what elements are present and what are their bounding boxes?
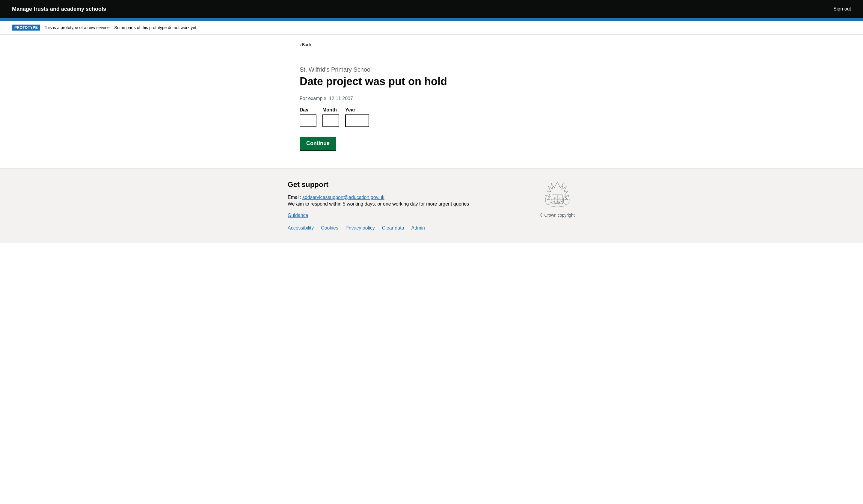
crown-copyright: © Crown copyright — [540, 213, 574, 217]
privacy-policy-link[interactable]: Privacy policy — [346, 225, 375, 231]
support-email-link[interactable]: sddservicessupport@education.gov.uk — [302, 195, 385, 200]
prototype-banner: PROTOTYPE This is a prototype of a new s… — [0, 21, 863, 35]
back-link-label: Back — [302, 42, 311, 47]
day-field: Day — [300, 107, 316, 127]
school-caption: St. Wilfrid's Primary School — [300, 66, 563, 73]
sign-out-link[interactable]: Sign out — [833, 6, 851, 12]
cookies-link[interactable]: Cookies — [321, 225, 338, 231]
site-title: Manage trusts and academy schools — [12, 6, 106, 12]
admin-link[interactable]: Admin — [411, 225, 425, 231]
site-header: Manage trusts and academy schools Sign o… — [0, 0, 863, 18]
month-input[interactable] — [323, 114, 339, 127]
svg-text:⚜: ⚜ — [554, 201, 556, 204]
blue-bar — [0, 18, 863, 21]
footer-inner: Get support Email: sddservicessupport@ed… — [288, 180, 575, 231]
footer-left: Get support Email: sddservicessupport@ed… — [288, 180, 527, 231]
email-prefix: Email: — [288, 195, 302, 200]
guidance-link[interactable]: Guidance — [288, 213, 527, 218]
date-hint: For example, 12 11 2007 — [300, 96, 563, 101]
main-content: ‹ Back St. Wilfrid's Primary School Date… — [288, 35, 575, 168]
footer-links: Accessibility Cookies Privacy policy Cle… — [288, 225, 527, 231]
page-heading: Date project was put on hold — [300, 76, 563, 88]
date-input-group: Day Month Year — [300, 107, 563, 127]
back-link[interactable]: ‹ Back — [300, 42, 311, 47]
footer-response-text: We aim to respond within 5 working days,… — [288, 201, 527, 207]
footer-right: ♛ ⚜ ⚜ ♛ © Crown copyright — [539, 180, 575, 217]
crown-logo-icon: ♛ ⚜ ⚜ ♛ — [539, 180, 575, 210]
site-footer: Get support Email: sddservicessupport@ed… — [0, 168, 863, 243]
prototype-message: This is a prototype of a new service – S… — [44, 25, 198, 30]
accessibility-link[interactable]: Accessibility — [288, 225, 314, 231]
month-label: Month — [323, 107, 339, 113]
svg-text:♛: ♛ — [554, 197, 556, 200]
prototype-badge: PROTOTYPE — [12, 25, 40, 30]
footer-heading: Get support — [288, 180, 527, 189]
svg-text:⚜: ⚜ — [558, 197, 560, 200]
day-label: Day — [300, 107, 316, 113]
year-label: Year — [345, 107, 369, 113]
year-input[interactable] — [345, 114, 369, 127]
year-field: Year — [345, 107, 369, 127]
clear-data-link[interactable]: Clear data — [382, 225, 404, 231]
month-field: Month — [323, 107, 339, 127]
back-chevron-icon: ‹ — [300, 42, 301, 47]
svg-text:♛: ♛ — [558, 201, 560, 204]
continue-button[interactable]: Continue — [300, 137, 336, 150]
footer-email-line: Email: sddservicessupport@education.gov.… — [288, 195, 527, 200]
day-input[interactable] — [300, 114, 316, 127]
